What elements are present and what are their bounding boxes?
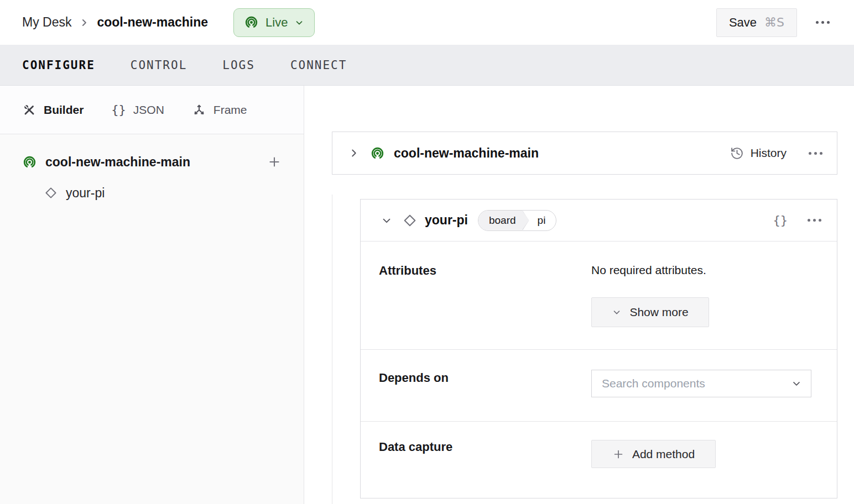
top-bar: My Desk cool-new-machine Live Save [0, 0, 854, 45]
attributes-section: Attributes No required attributes. Show … [361, 242, 837, 350]
show-more-label: Show more [629, 306, 688, 319]
component-more-options-icon[interactable] [808, 219, 821, 222]
tools-icon [22, 103, 37, 117]
view-json-braces-icon[interactable]: {} [773, 213, 788, 227]
save-button[interactable]: Save ⌘S [716, 8, 797, 37]
mode-builder[interactable]: Builder [22, 103, 84, 117]
component-model: pi [530, 211, 556, 230]
depends-on-label: Depends on [379, 371, 591, 385]
chevron-right-icon [79, 17, 90, 28]
part-card: cool-new-machine-main History [332, 132, 837, 175]
tree-item-component[interactable]: your-pi [22, 182, 282, 204]
data-capture-label: Data capture [379, 440, 591, 454]
chevron-down-icon [294, 18, 304, 28]
mode-builder-label: Builder [44, 103, 84, 117]
breadcrumb-parent-link[interactable]: My Desk [22, 15, 71, 30]
component-type-badge: board pi [478, 210, 556, 231]
part-card-title: cool-new-machine-main [394, 146, 539, 161]
mode-json[interactable]: {} JSON [111, 103, 164, 117]
part-more-options-icon[interactable] [809, 152, 822, 155]
chevron-down-icon[interactable] [791, 378, 802, 389]
broadcast-live-icon [370, 146, 385, 161]
component-card-header: your-pi board pi {} [361, 200, 837, 242]
collapse-chevron-down-icon[interactable] [381, 214, 393, 227]
component-title: your-pi [425, 213, 468, 228]
config-sidebar: Builder {} JSON Frame [0, 86, 304, 504]
tab-logs[interactable]: LOGS [222, 59, 255, 72]
main-nav-tabs: CONFIGURE CONTROL LOGS CONNECT [0, 45, 854, 86]
data-capture-section: Data capture Add method [361, 422, 837, 498]
search-components-input[interactable] [602, 377, 791, 390]
attributes-value: No required attributes. Show more [591, 264, 709, 327]
braces-icon: {} [111, 103, 126, 117]
card-connector-rail [332, 195, 332, 504]
mode-frame-label: Frame [214, 103, 247, 117]
mode-frame[interactable]: Frame [192, 103, 247, 117]
status-label: Live [265, 15, 288, 30]
machine-config-page: My Desk cool-new-machine Live Save [0, 0, 854, 504]
tree-part-name: cool-new-machine-main [45, 155, 259, 170]
tab-connect[interactable]: CONNECT [290, 59, 347, 72]
machine-name: cool-new-machine [97, 15, 208, 30]
depends-on-select [591, 370, 811, 397]
depends-on-section: Depends on [361, 350, 837, 422]
config-mode-switcher: Builder {} JSON Frame [0, 86, 304, 134]
history-clock-icon [730, 146, 744, 160]
save-shortcut: ⌘S [764, 15, 784, 29]
add-component-icon[interactable] [267, 155, 282, 169]
history-button[interactable]: History [730, 146, 787, 160]
tree-item-main-part[interactable]: cool-new-machine-main [22, 151, 282, 173]
attributes-empty-text: No required attributes. [591, 264, 709, 277]
axes-icon [192, 103, 206, 117]
diamond-component-icon [44, 186, 58, 200]
component-card-actions: {} [773, 213, 822, 227]
tab-configure[interactable]: CONFIGURE [22, 59, 95, 72]
tree-component-name: your-pi [66, 186, 105, 201]
attributes-label: Attributes [379, 264, 591, 278]
add-method-button[interactable]: Add method [591, 440, 716, 468]
show-more-button[interactable]: Show more [591, 297, 709, 327]
machine-status-dropdown[interactable]: Live [233, 8, 315, 37]
top-bar-actions: Save ⌘S [716, 8, 830, 37]
broadcast-live-icon [244, 15, 259, 30]
add-method-label: Add method [632, 448, 695, 461]
history-label: History [751, 146, 787, 160]
mode-json-label: JSON [133, 103, 164, 117]
more-options-icon[interactable] [816, 21, 830, 24]
breadcrumb: My Desk cool-new-machine [22, 15, 208, 30]
tab-control[interactable]: CONTROL [131, 59, 188, 72]
part-card-actions: History [730, 146, 822, 160]
chevron-down-icon [612, 307, 622, 317]
plus-icon [612, 448, 624, 460]
machine-part-tree: cool-new-machine-main your-pi [0, 134, 304, 204]
diamond-component-icon [403, 213, 417, 228]
component-card: your-pi board pi {} Attributes No requir… [360, 199, 837, 498]
expand-chevron-right-icon[interactable] [348, 147, 360, 159]
broadcast-live-icon [22, 155, 37, 170]
component-type: board [478, 211, 529, 230]
save-label: Save [729, 15, 757, 30]
